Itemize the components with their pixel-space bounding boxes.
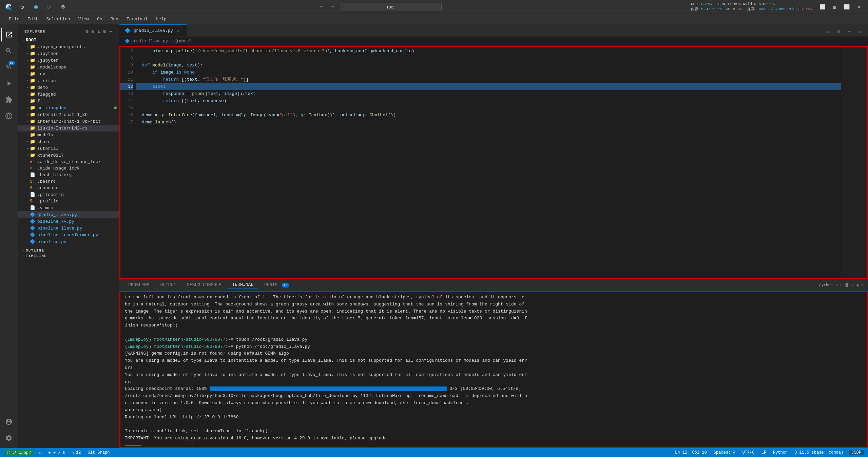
sidebar-item-tutorial[interactable]: › 📁 Tutorial [18, 145, 119, 152]
more-actions-button[interactable]: ⋯ [845, 27, 854, 36]
sidebar-item-aide-storage[interactable]: › ≡ .aide_drive_storage_lock [18, 159, 119, 165]
sidebar-item-internlm2-1_8b[interactable]: › 📁 internlm2-chat-1_8b [18, 111, 119, 118]
sidebar-item-nv[interactable]: › 📁 .nv [18, 71, 119, 77]
sidebar-item-xtuner[interactable]: › 📁 xtuner0117 [18, 152, 119, 159]
status-remote[interactable]: ⬡ ⎇ camp2 [4, 450, 34, 455]
menu-go[interactable]: Go [94, 15, 106, 23]
search-input[interactable] [340, 3, 442, 11]
terminal-tab-debug[interactable]: DEBUG CONSOLE [182, 281, 226, 289]
add-terminal-button[interactable]: ⊕ [840, 282, 842, 288]
tree-outline[interactable]: › OUTLINE [18, 248, 119, 253]
more-options-icon[interactable]: ⋯ [109, 28, 113, 34]
menu-help[interactable]: Help [152, 15, 170, 23]
activity-explorer[interactable] [1, 27, 16, 42]
code-editor[interactable]: 7 8 9 10 11 12 13 14 15 16 17 p [119, 46, 868, 279]
activity-settings[interactable] [1, 431, 16, 445]
status-git-graph[interactable]: Git Graph [86, 450, 111, 455]
status-ln-col[interactable]: Ln 12, Col 10 [674, 450, 708, 455]
terminal-maximize-button[interactable]: ▲ [856, 282, 859, 288]
terminal-content[interactable]: to the left and its front paws extended … [119, 291, 868, 448]
activity-search[interactable] [1, 43, 16, 58]
split-editor-button[interactable]: ⊞ [834, 27, 844, 36]
activity-source-control[interactable]: 53 [1, 60, 16, 75]
terminal-tab-terminal[interactable]: TERMINAL [228, 281, 258, 289]
run-action-button[interactable]: ▷ [823, 27, 833, 36]
terminal-tab-problems[interactable]: PROBLEMS [123, 281, 154, 289]
terminal-tab-output[interactable]: OUTPUT [155, 281, 181, 289]
menu-file[interactable]: File [5, 15, 23, 23]
activity-account[interactable] [1, 414, 16, 429]
breadcrumb-symbol[interactable]: ⬡ model [174, 39, 191, 44]
item-label: .bashrc [37, 179, 56, 184]
nav-back-button[interactable]: ← [317, 2, 326, 11]
activity-run-debug[interactable] [1, 76, 16, 91]
tree-timeline[interactable]: › TIMELINE [18, 253, 119, 259]
sidebar-item-ipynb[interactable]: › 📁 .ipynb_checkpoints [18, 43, 119, 50]
folder-icon: 📁 [30, 64, 36, 70]
sidebar-item-triton[interactable]: › 📁 .triton [18, 77, 119, 84]
sidebar-item-pipeline[interactable]: › 🔷 pipeline.py [18, 238, 119, 245]
status-version[interactable]: 3.11.5 (base: conda) [793, 450, 845, 455]
tree-root[interactable]: ▾ ROOT [18, 37, 119, 43]
menu-edit[interactable]: Edit [24, 15, 41, 23]
sidebar-item-huixiangdou[interactable]: › 📁 huixiangdou [18, 104, 119, 111]
sidebar-item-pipeline-llava[interactable]: › 🔷 pipeline_llava.py [18, 225, 119, 232]
sidebar-item-pipeline-kv[interactable]: › 🔷 pipeline_kv.py [18, 218, 119, 225]
status-language[interactable]: Python [772, 450, 789, 455]
sidebar-item-profile[interactable]: › $ .profile [18, 198, 119, 204]
refresh-icon[interactable]: ↺ [18, 2, 27, 12]
menu-view[interactable]: View [75, 15, 92, 23]
minimize-button[interactable]: ⬜ [817, 2, 827, 12]
sidebar-item-demo[interactable]: › 📁 demo [18, 84, 119, 91]
status-warnings[interactable]: ⚠ 12 [71, 450, 82, 455]
terminal-tab-ports[interactable]: PORTS 12 [259, 281, 294, 289]
sidebar-item-ipython[interactable]: › 📁 .ipython [18, 50, 119, 57]
status-csdp[interactable]: CSDP [849, 450, 864, 455]
status-errors[interactable]: ⊗ 0 △ 0 [47, 450, 66, 455]
close-button[interactable]: ✕ [854, 2, 864, 12]
new-folder-icon[interactable]: ⊞ [92, 28, 95, 34]
tab-close-button[interactable]: ✕ [176, 28, 181, 33]
split-button[interactable]: ▥ [829, 2, 840, 12]
sidebar-item-bash-history[interactable]: › 📄 .bash_history [18, 172, 119, 178]
sidebar-item-aide-usage[interactable]: › ≡ .aide_usage_lock [18, 165, 119, 172]
refresh-files-icon[interactable]: ↻ [97, 28, 101, 34]
sidebar-item-models[interactable]: › 📁 models [18, 132, 119, 138]
split-terminal-button[interactable]: ⊞ [835, 282, 837, 288]
code-lines[interactable]: pipe = pipeline ( '/share/new_models/liu… [136, 46, 841, 279]
sidebar-item-share[interactable]: › 📁 share [18, 138, 119, 145]
breadcrumb-file[interactable]: 🔷 gradio_llava.py [125, 39, 168, 44]
sidebar-item-liuxin[interactable]: › 📁 liuxin-InternLM2-cs [18, 125, 119, 132]
sidebar-item-bashrc[interactable]: › $ .bashrc [18, 178, 119, 185]
status-spaces[interactable]: Spaces: 4 [712, 450, 737, 455]
activity-remote[interactable] [1, 108, 16, 123]
activity-extensions[interactable] [1, 92, 16, 107]
sidebar-item-vimrc[interactable]: › 📄 .vimrc [18, 204, 119, 211]
breadcrumb-separator: › [170, 39, 172, 44]
sidebar-item-gradio-llava[interactable]: › 🔷 gradio_llava.py [18, 211, 119, 218]
maximize-button[interactable]: ⬜ [842, 2, 852, 12]
menu-selection[interactable]: Selection [43, 15, 73, 23]
menu-terminal[interactable]: Terminal [123, 15, 151, 23]
sidebar-item-condarc[interactable]: › $ .condarc [18, 185, 119, 191]
close-panel-button[interactable]: ✕ [856, 27, 865, 36]
sidebar-item-internlm2-4bit[interactable]: › 📁 internlm2-chat-1_8b-4bit [18, 118, 119, 125]
sidebar-item-modelscope[interactable]: › 📁 .modelscope [18, 64, 119, 71]
tab-gradio-llava[interactable]: 🔷 gradio_llava.py ✕ [119, 24, 187, 36]
item-label: Tutorial [37, 146, 58, 151]
sidebar-item-gitconfig[interactable]: › 📄 .gitconfig [18, 191, 119, 198]
menu-run[interactable]: Run [107, 15, 121, 23]
new-file-icon[interactable]: ⊕ [85, 28, 89, 34]
status-eol[interactable]: LF [760, 450, 768, 455]
status-sync[interactable]: ↻ [38, 450, 43, 455]
sidebar-item-pipeline-transformer[interactable]: › 🔷 pipeline_transformer.py [18, 232, 119, 238]
terminal-more-button[interactable]: ⋯ [851, 282, 854, 288]
sidebar-item-jupyter[interactable]: › 📁 .jupyter [18, 57, 119, 64]
sidebar-item-ft[interactable]: › 📁 ft [18, 98, 119, 104]
collapse-icon[interactable]: ⊟ [103, 28, 107, 34]
nav-forward-button[interactable]: → [328, 2, 337, 11]
kill-terminal-button[interactable]: 🗑 [845, 282, 849, 288]
terminal-close-button[interactable]: ✕ [861, 282, 864, 288]
status-encoding[interactable]: UTF-8 [741, 450, 756, 455]
sidebar-item-flagged[interactable]: › 📁 flagged [18, 91, 119, 98]
